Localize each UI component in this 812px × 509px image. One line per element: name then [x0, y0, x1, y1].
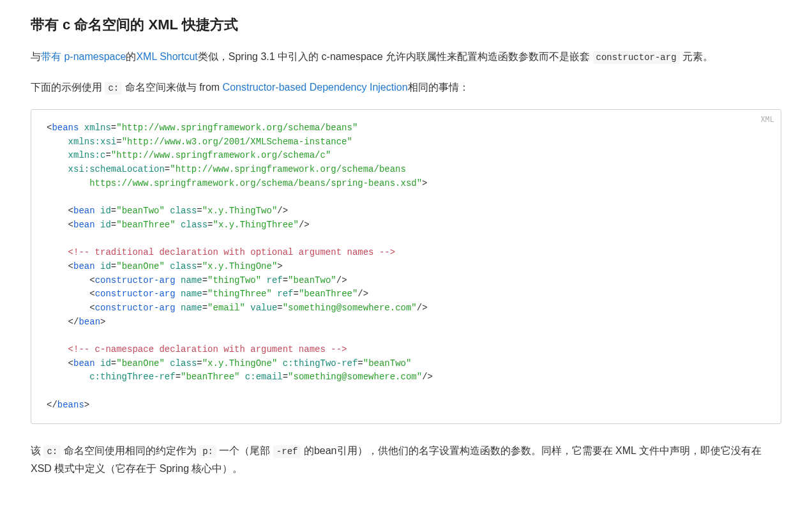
inline-code-c2: c: [43, 445, 61, 458]
inline-code-constructor-arg: constructor-arg [593, 51, 680, 64]
text: 下面的示例使用 [31, 82, 105, 93]
code-pre: <beans xmlns="http://www.springframework… [47, 121, 765, 412]
text: 命名空间来做与 from [122, 82, 222, 93]
link-xml-shortcut[interactable]: XML Shortcut [136, 51, 197, 62]
paragraph-example-intro: 下面的示例使用 c: 命名空间来做与 from Constructor-base… [31, 79, 781, 96]
text: 与 [31, 51, 41, 62]
paragraph-intro: 与带有 p-namespace的XML Shortcut类似，Spring 3.… [31, 48, 781, 66]
text: 该 [31, 445, 43, 456]
inline-code-ref: -ref [273, 445, 301, 458]
section-heading: 带有 c 命名空间的 XML 快捷方式 [31, 13, 781, 36]
code-block-xml: XML <beans xmlns="http://www.springframe… [31, 109, 781, 424]
text: 类似，Spring 3.1 中引入的 c-namespace 允许内联属性来配置… [198, 51, 590, 62]
text: 的 [126, 51, 136, 62]
link-p-namespace[interactable]: 带有 p-namespace [41, 51, 126, 62]
text: 元素。 [680, 51, 713, 62]
text: 命名空间使用相同的约定作为 [61, 445, 199, 456]
code-lang-label: XML [760, 114, 774, 126]
text: 一个（尾部 [216, 445, 273, 456]
text: 相同的事情： [408, 82, 469, 93]
inline-code-p: p: [199, 445, 216, 458]
paragraph-closing: 该 c: 命名空间使用相同的约定作为 p: 一个（尾部 -ref 的bean引用… [31, 442, 781, 477]
inline-code-c: c: [105, 82, 122, 95]
link-constructor-di[interactable]: Constructor-based Dependency Injection [223, 82, 408, 93]
